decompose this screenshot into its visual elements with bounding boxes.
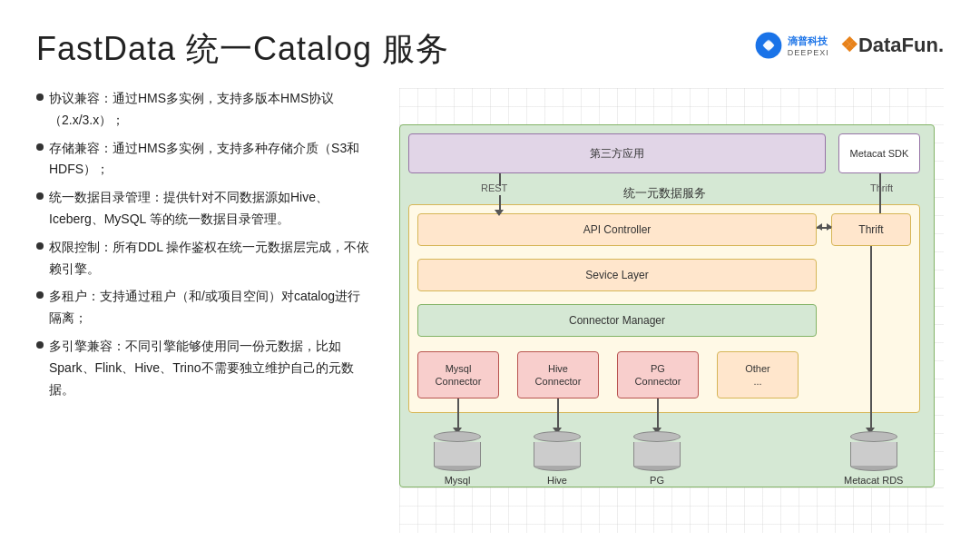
list-item: 协议兼容：通过HMS多实例，支持多版本HMS协议（2.x/3.x）；: [36, 88, 372, 132]
line-mysql-down: [457, 398, 459, 431]
bullet-dot: [36, 192, 44, 200]
list-item: 权限控制：所有DDL 操作鉴权在统一元数据层完成，不依赖引擎。: [36, 237, 372, 280]
line-hive-down: [557, 398, 559, 431]
right-panel: 第三方应用 Metacat SDK REST 统一元数据服务: [399, 88, 944, 533]
unified-service-area: REST 统一元数据服务 Thrift: [408, 182, 920, 204]
arrow-down-1: [499, 173, 501, 186]
other-connector-label: Other ...: [718, 352, 798, 398]
pg-db-label: PG: [650, 475, 664, 486]
bullet-text-5: 多租户：支持通过租户（和/或项目空间）对catalog进行隔离；: [49, 286, 372, 330]
left-panel: 协议兼容：通过HMS多实例，支持多版本HMS协议（2.x/3.x）； 存储兼容：…: [36, 88, 372, 533]
hive-connector-box: Hive Connector: [517, 351, 599, 398]
thrift-box: Thrift: [831, 213, 911, 246]
cylinder-top: [434, 431, 481, 442]
cylinder-top: [633, 431, 681, 442]
arrowhead-rest: [495, 210, 504, 216]
mysql-connector-label: Mysql Connector: [418, 352, 498, 398]
bullet-dot: [36, 143, 44, 151]
thrift-vertical-line: [870, 246, 872, 415]
arch-diagram: 第三方应用 Metacat SDK REST 统一元数据服务: [399, 88, 944, 533]
deepexi-logo: 滴普科技 DEEPEXI: [754, 31, 829, 60]
arrow-left: [817, 223, 822, 231]
rest-label: REST: [481, 182, 507, 193]
cylinder-body: [850, 442, 897, 466]
bullet-dot: [36, 291, 44, 299]
third-party-label: 第三方应用: [409, 134, 825, 172]
line-pg-down: [657, 398, 659, 431]
third-party-box: 第三方应用: [408, 133, 826, 173]
cylinder-top: [534, 431, 581, 442]
mysql-connector-box: Mysql Connector: [417, 351, 499, 398]
api-controller-box: API Controller: [417, 213, 817, 246]
list-item: 多引擎兼容：不同引擎能够使用同一份元数据，比如Spark、Flink、Hive、…: [36, 336, 372, 400]
list-item: 多租户：支持通过租户（和/或项目空间）对catalog进行隔离；: [36, 286, 372, 330]
pg-connector-label: PG Connector: [618, 352, 698, 398]
logos: 滴普科技 DEEPEXI ❖DataFun.: [754, 31, 944, 60]
bullet-dot: [36, 341, 44, 349]
deepexi-text-top: 滴普科技: [788, 34, 829, 48]
deepexi-icon: [754, 31, 783, 60]
slide: FastData 统一Catalog 服务 滴普科技 DEEPEXI ❖Data…: [0, 0, 980, 551]
connector-manager-label: Connector Manager: [418, 305, 816, 336]
cylinder-body: [633, 442, 681, 466]
service-layer-box: Sevice Layer: [417, 259, 817, 291]
list-item: 存储兼容：通过HMS多实例，支持多种存储介质（S3和HDFS）；: [36, 138, 372, 182]
deepexi-text-bottom: DEEPEXI: [788, 48, 829, 57]
unified-service-label: 统一元数据服务: [623, 185, 706, 202]
arch-content: 第三方应用 Metacat SDK REST 统一元数据服务: [399, 88, 935, 524]
arrow-right: [827, 223, 832, 231]
header: FastData 统一Catalog 服务 滴普科技 DEEPEXI ❖Data…: [36, 27, 944, 72]
metacat-sdk-label: Metacat SDK: [839, 134, 919, 172]
hive-connector-label: Hive Connector: [518, 352, 598, 398]
line-thrift-top-down: [879, 173, 881, 213]
hive-db: Hive: [534, 431, 581, 486]
mysql-db-label: Mysql: [445, 475, 471, 486]
mysql-db: Mysql: [434, 431, 481, 486]
bullet-text-3: 统一数据目录管理：提供针对不同数据源如Hive、Iceberg、MySQL 等的…: [49, 187, 372, 231]
connector-manager-box: Connector Manager: [417, 304, 817, 337]
thrift-arrow-label: Thrift: [870, 182, 893, 193]
cylinder-body: [434, 442, 481, 466]
list-item: 统一数据目录管理：提供针对不同数据源如Hive、Iceberg、MySQL 等的…: [36, 187, 372, 231]
bullet-text-2: 存储兼容：通过HMS多实例，支持多种存储介质（S3和HDFS）；: [49, 138, 372, 182]
hive-db-label: Hive: [547, 475, 567, 486]
bullet-list: 协议兼容：通过HMS多实例，支持多版本HMS协议（2.x/3.x）； 存储兼容：…: [36, 88, 372, 400]
metacat-rds-db: Metacat RDS: [844, 431, 903, 486]
metacat-rds-label: Metacat RDS: [844, 475, 903, 486]
pg-connector-box: PG Connector: [617, 351, 699, 398]
cylinder-body: [534, 442, 581, 466]
pg-db: PG: [633, 431, 681, 486]
thrift-box-label: Thrift: [832, 214, 910, 245]
bullet-text-1: 协议兼容：通过HMS多实例，支持多版本HMS协议（2.x/3.x）；: [49, 88, 372, 132]
service-layer-label: Sevice Layer: [418, 260, 816, 290]
bullet-dot: [36, 242, 44, 250]
bullet-dot: [36, 93, 44, 101]
other-connector-box: Other ...: [717, 351, 799, 398]
api-controller-label: API Controller: [418, 214, 816, 245]
content-area: 协议兼容：通过HMS多实例，支持多版本HMS协议（2.x/3.x）； 存储兼容：…: [36, 88, 944, 533]
datafun-logo: ❖DataFun.: [840, 34, 944, 57]
bullet-text-6: 多引擎兼容：不同引擎能够使用同一份元数据，比如Spark、Flink、Hive、…: [49, 336, 372, 400]
cylinder-top: [850, 431, 897, 442]
metacat-sdk-box: Metacat SDK: [838, 133, 920, 173]
bullet-text-4: 权限控制：所有DDL 操作鉴权在统一元数据层完成，不依赖引擎。: [49, 237, 372, 280]
page-title: FastData 统一Catalog 服务: [36, 27, 449, 72]
